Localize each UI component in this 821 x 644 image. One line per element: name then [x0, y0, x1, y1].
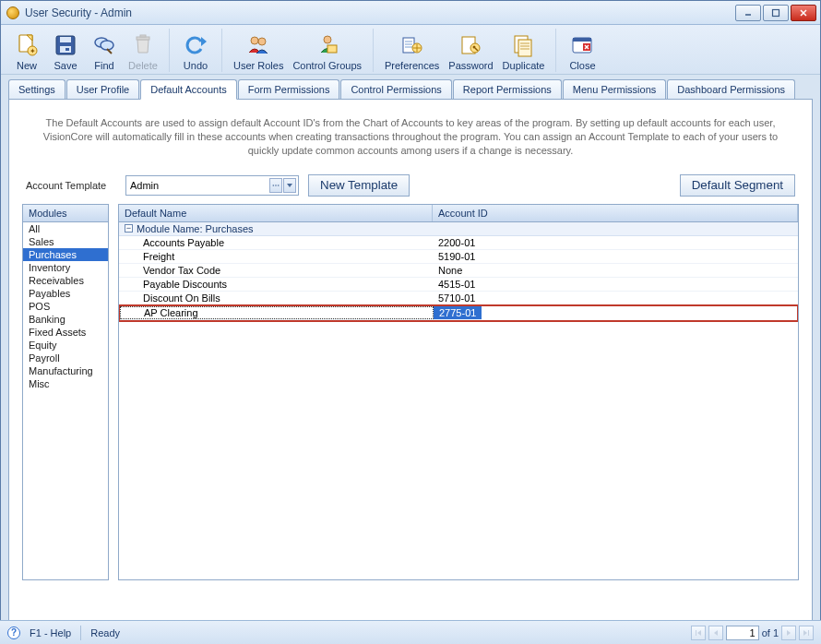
account-template-combo[interactable]: Admin — [125, 175, 299, 196]
module-item-banking[interactable]: Banking — [23, 313, 108, 326]
accounts-grid: Default Name Account ID −Module Name: Pu… — [118, 204, 799, 580]
account-template-label: Account Template — [26, 180, 116, 191]
svg-point-13 — [101, 41, 113, 50]
undo-icon — [181, 30, 210, 60]
tab-control-permissions[interactable]: Control Permissions — [340, 79, 451, 100]
minimize-button[interactable] — [735, 5, 761, 21]
close-button-label: Close — [569, 60, 595, 71]
pager-first-button[interactable] — [691, 626, 706, 640]
password-button-label: Password — [448, 60, 493, 71]
find-button-label: Find — [94, 60, 113, 71]
module-item-fixed-assets[interactable]: Fixed Assets — [23, 326, 108, 339]
grid-group-row[interactable]: −Module Name: Purchases — [119, 222, 798, 236]
tab-strip: SettingsUser ProfileDefault AccountsForm… — [1, 75, 820, 99]
collapse-icon[interactable]: − — [125, 224, 133, 233]
tab-settings[interactable]: Settings — [8, 79, 65, 100]
tab-report-permissions[interactable]: Report Permissions — [453, 79, 562, 100]
svg-text:✦: ✦ — [30, 47, 36, 55]
pager-next-button[interactable] — [781, 626, 796, 640]
new-button[interactable]: ✦New — [8, 29, 45, 72]
tab-content-default-accounts: The Default Accounts are used to assign … — [8, 99, 813, 625]
column-header-default-name[interactable]: Default Name — [119, 205, 433, 221]
module-item-payables[interactable]: Payables — [23, 287, 108, 300]
account-template-value: Admin — [130, 180, 269, 191]
table-row[interactable]: AP Clearing2775-01 — [120, 306, 482, 320]
delete-button[interactable]: Delete — [125, 29, 161, 72]
svg-point-42 — [275, 185, 277, 186]
find-button[interactable]: Find — [86, 29, 123, 72]
close-icon — [567, 30, 597, 60]
pager-total: 1 — [773, 627, 779, 638]
pager-last-button[interactable] — [799, 626, 814, 640]
user-roles-button[interactable]: User Roles — [230, 29, 287, 72]
svg-point-41 — [273, 185, 275, 186]
combo-ellipsis-button[interactable] — [269, 178, 282, 193]
combo-dropdown-button[interactable] — [283, 178, 296, 193]
control-groups-button-label: Control Groups — [292, 60, 362, 71]
svg-marker-48 — [787, 630, 791, 636]
cell-account-id: 2200-01 — [433, 236, 798, 249]
control-groups-button[interactable]: Control Groups — [289, 29, 365, 72]
maximize-button[interactable] — [763, 5, 789, 21]
pager-current-input[interactable] — [726, 626, 759, 640]
table-row[interactable]: Discount On Bills5710-01 — [119, 292, 798, 305]
help-icon[interactable]: ? — [7, 626, 20, 639]
preferences-button[interactable]: Preferences — [381, 29, 443, 72]
titlebar: User Security - Admin — [1, 1, 820, 25]
default-segment-button[interactable]: Default Segment — [680, 174, 795, 197]
pager-prev-button[interactable] — [708, 626, 723, 640]
modules-panel: Modules AllSalesPurchasesInventoryReceiv… — [22, 204, 109, 580]
svg-marker-17 — [201, 37, 207, 46]
table-row[interactable]: Payable Discounts4515-01 — [119, 278, 798, 292]
cell-default-name: Freight — [119, 250, 433, 263]
user-roles-button-label: User Roles — [233, 60, 283, 71]
tab-menu-permissions[interactable]: Menu Permissions — [563, 79, 666, 100]
cell-account-id: 5190-01 — [433, 250, 798, 263]
column-header-account-id[interactable]: Account ID — [433, 205, 798, 221]
table-row[interactable]: Freight5190-01 — [119, 250, 798, 264]
module-item-sales[interactable]: Sales — [23, 235, 108, 248]
close-window-button[interactable] — [791, 5, 816, 21]
duplicate-button[interactable]: Duplicate — [499, 29, 549, 72]
tab-dashboard-permissions[interactable]: Dashboard Permissions — [667, 79, 795, 100]
module-item-inventory[interactable]: Inventory — [23, 261, 108, 274]
tab-user-profile[interactable]: User Profile — [66, 79, 139, 100]
toolbar: ✦NewSaveFindDeleteUndoUser RolesControl … — [1, 25, 820, 75]
find-icon — [89, 30, 119, 60]
cell-account-id: 4515-01 — [433, 278, 798, 291]
module-item-receivables[interactable]: Receivables — [23, 274, 108, 287]
status-bar: ? F1 - Help Ready of 1 — [0, 620, 821, 644]
undo-button[interactable]: Undo — [177, 29, 214, 72]
cell-default-name: Payable Discounts — [119, 278, 433, 291]
svg-rect-11 — [65, 48, 69, 51]
tab-default-accounts[interactable]: Default Accounts — [140, 79, 237, 100]
preferences-button-label: Preferences — [385, 60, 439, 71]
tab-form-permissions[interactable]: Form Permissions — [238, 79, 340, 100]
close-button[interactable]: Close — [564, 29, 601, 72]
table-row[interactable]: Vendor Tax CodeNone — [119, 264, 798, 278]
help-hint[interactable]: F1 - Help — [30, 627, 71, 638]
module-item-misc[interactable]: Misc — [23, 377, 108, 390]
description-text: The Default Accounts are used to assign … — [42, 116, 779, 158]
module-item-purchases[interactable]: Purchases — [23, 248, 108, 261]
module-item-pos[interactable]: POS — [23, 300, 108, 313]
modules-list: AllSalesPurchasesInventoryReceivablesPay… — [23, 222, 108, 579]
save-button-label: Save — [54, 60, 77, 71]
duplicate-button-label: Duplicate — [503, 60, 545, 71]
cell-account-id: None — [433, 264, 798, 277]
svg-marker-47 — [714, 630, 718, 636]
module-item-manufacturing[interactable]: Manufacturing — [23, 364, 108, 377]
table-row[interactable]: Accounts Payable2200-01 — [119, 236, 798, 250]
password-icon — [456, 30, 485, 60]
user-roles-icon — [244, 30, 273, 60]
new-template-button[interactable]: New Template — [308, 174, 410, 197]
preferences-icon — [398, 30, 427, 60]
module-item-payroll[interactable]: Payroll — [23, 352, 108, 364]
password-button[interactable]: Password — [445, 29, 496, 72]
svg-marker-49 — [803, 630, 807, 636]
cell-account-id[interactable]: 2775-01 — [434, 306, 482, 319]
module-item-all[interactable]: All — [23, 222, 108, 235]
save-button[interactable]: Save — [47, 29, 84, 72]
divider — [80, 626, 81, 640]
module-item-equity[interactable]: Equity — [23, 339, 108, 352]
